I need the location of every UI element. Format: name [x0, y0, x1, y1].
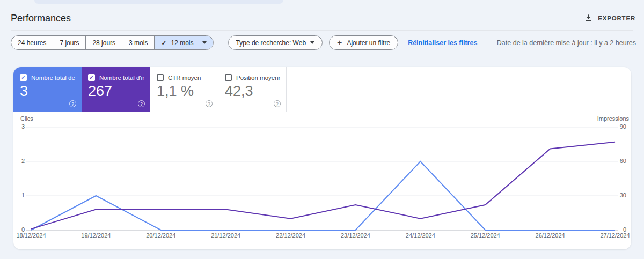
- x-axis-label: 25/12/2024: [461, 232, 509, 239]
- page-title: Performances: [11, 13, 71, 24]
- date-range-control: 24 heures 7 jours 28 jours 3 mois ✓ 12 m…: [11, 35, 214, 50]
- y-axis-tick-left: 1: [13, 192, 25, 198]
- metric-tile-position[interactable]: Position moyenne 42,3 ?: [218, 67, 287, 112]
- chevron-down-icon: [310, 41, 314, 44]
- x-axis-label: 21/12/2024: [202, 232, 250, 239]
- period-label: 28 jours: [92, 39, 115, 47]
- reset-filters-link[interactable]: Réinitialiser les filtres: [408, 39, 477, 47]
- help-icon[interactable]: ?: [138, 100, 145, 107]
- add-filter-button[interactable]: + Ajouter un filtre: [329, 35, 398, 50]
- metric-tile-impressions[interactable]: ✓ Nombre total d'im... 267 ?: [82, 67, 150, 112]
- chevron-down-icon: [202, 41, 207, 44]
- period-3-mois[interactable]: 3 mois: [122, 36, 154, 49]
- help-icon[interactable]: ?: [69, 100, 76, 107]
- search-type-filter[interactable]: Type de recherche: Web: [228, 35, 323, 50]
- plus-icon: +: [337, 38, 342, 48]
- help-icon[interactable]: ?: [206, 100, 213, 107]
- metric-value: 267: [88, 83, 144, 100]
- x-axis-label: 20/12/2024: [137, 232, 185, 239]
- metric-label: CTR moyen: [168, 75, 201, 81]
- performance-page: Performances EXPORTER 24 heures 7 jours …: [0, 0, 644, 259]
- series-line-impressions: [31, 142, 615, 229]
- period-label: 7 jours: [60, 39, 79, 47]
- period-7-jours[interactable]: 7 jours: [53, 36, 85, 49]
- metric-label: Nombre total de c...: [31, 75, 75, 81]
- y-axis-tick-left: 3: [13, 123, 25, 130]
- period-label: 12 mois: [171, 39, 194, 47]
- metric-tile-clics[interactable]: ✓ Nombre total de c... 3 ?: [13, 67, 82, 112]
- x-axis-label: 27/12/2024: [591, 232, 639, 239]
- x-axis-label: 18/12/2024: [7, 232, 55, 239]
- filter-bar: 24 heures 7 jours 28 jours 3 mois ✓ 12 m…: [11, 35, 636, 50]
- help-icon[interactable]: ?: [274, 100, 281, 107]
- checkbox-checked-icon[interactable]: ✓: [20, 74, 27, 81]
- metric-value: 42,3: [225, 83, 280, 100]
- x-axis-label: 23/12/2024: [331, 232, 379, 239]
- checkbox-unchecked-icon[interactable]: [225, 74, 232, 81]
- period-24-heures[interactable]: 24 heures: [11, 36, 53, 49]
- metric-label: Nombre total d'im...: [99, 75, 144, 81]
- filter-divider: [221, 36, 221, 50]
- performance-card: ✓ Nombre total de c... 3 ? ✓ Nombre tota…: [13, 67, 631, 249]
- y-axis-tick-right: 30: [613, 192, 626, 198]
- metric-value: 3: [20, 83, 75, 100]
- checkbox-unchecked-icon[interactable]: [157, 74, 164, 81]
- period-28-jours[interactable]: 28 jours: [85, 36, 122, 49]
- y-axis-tick-right: 90: [613, 123, 626, 130]
- chart-plot: [13, 112, 631, 249]
- x-axis-label: 24/12/2024: [396, 232, 444, 239]
- y-axis-tick-right: 60: [613, 158, 626, 164]
- y-axis-tick-left: 2: [13, 158, 25, 164]
- period-label: 3 mois: [129, 39, 148, 47]
- period-label: 24 heures: [18, 39, 46, 47]
- x-axis-label: 26/12/2024: [526, 232, 574, 239]
- add-filter-label: Ajouter un filtre: [347, 39, 390, 47]
- checkmark-icon: ✓: [161, 39, 166, 47]
- metric-value: 1,1 %: [157, 83, 211, 100]
- metric-tile-ctr[interactable]: CTR moyen 1,1 % ?: [150, 67, 218, 112]
- x-axis-label: 22/12/2024: [267, 232, 315, 239]
- period-12-mois-selected[interactable]: ✓ 12 mois: [154, 36, 213, 49]
- export-label: EXPORTER: [598, 15, 635, 21]
- chart-area: Clics Impressions 0123030609018/12/20241…: [13, 112, 631, 249]
- x-axis-label: 19/12/2024: [72, 232, 120, 239]
- search-type-label: Type de recherche: Web: [236, 39, 306, 47]
- header-divider: [11, 30, 633, 31]
- download-icon: [584, 14, 592, 22]
- last-update-text: Date de la dernière mise à jour : il y a…: [497, 39, 636, 47]
- metric-tiles: ✓ Nombre total de c... 3 ? ✓ Nombre tota…: [13, 67, 631, 112]
- checkbox-checked-icon[interactable]: ✓: [88, 74, 95, 81]
- export-button[interactable]: EXPORTER: [584, 14, 635, 22]
- metric-label: Position moyenne: [236, 75, 280, 81]
- search-bar-remnant[interactable]: [34, 0, 283, 4]
